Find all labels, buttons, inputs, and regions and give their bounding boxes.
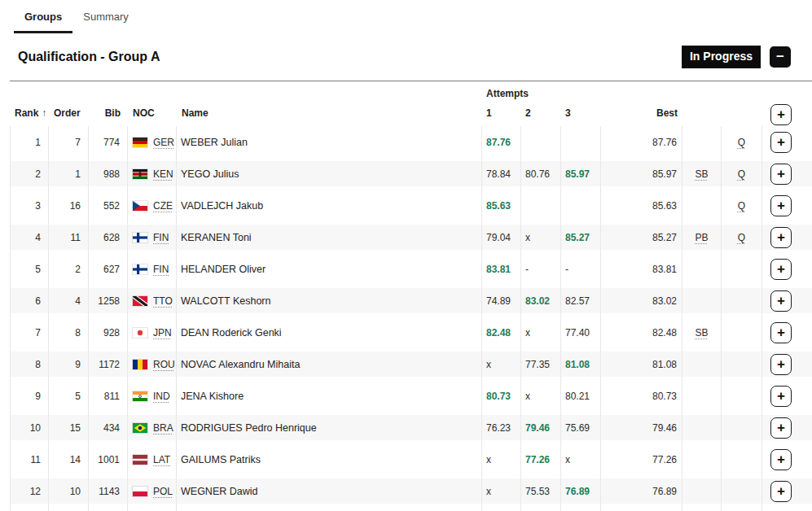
best-cell: 76.89 bbox=[601, 475, 683, 507]
expand-all-button[interactable]: + bbox=[770, 104, 792, 125]
best-cell: 87.76 bbox=[601, 126, 683, 158]
qualification-cell bbox=[722, 348, 762, 380]
expand-cell: + bbox=[762, 317, 812, 348]
tab-summary[interactable]: Summary bbox=[72, 0, 139, 33]
expand-row-button[interactable]: + bbox=[770, 227, 792, 248]
noc-code[interactable]: FIN bbox=[153, 264, 169, 275]
qualification-mark[interactable]: Q bbox=[738, 232, 745, 243]
attempt-3-cell: 81.08 bbox=[561, 348, 601, 380]
noc-code[interactable]: GER bbox=[153, 137, 174, 148]
best-cell: 83.81 bbox=[601, 253, 683, 285]
section-header: Qualification - Group A In Progress − bbox=[0, 33, 812, 81]
flag-icon-pol bbox=[133, 487, 147, 496]
table-row: 17774GERWEBER Julian87.7687.76Q+ bbox=[10, 126, 812, 158]
rank-cell: 2 bbox=[10, 158, 49, 190]
flag-icon-fin bbox=[133, 264, 147, 274]
attempt-3-cell: 76.89 bbox=[561, 475, 601, 507]
expand-cell: + bbox=[762, 221, 812, 253]
bib-cell: 1172 bbox=[89, 348, 128, 380]
bib-cell: 774 bbox=[89, 126, 128, 158]
noc-cell: FIN bbox=[128, 253, 177, 285]
expand-cell: + bbox=[762, 253, 812, 285]
table-row: 11141001LATGAILUMS Patriksx77.26x77.26+ bbox=[10, 443, 812, 475]
noc-code[interactable]: JPN bbox=[153, 327, 172, 338]
noc-code[interactable]: IND bbox=[153, 391, 170, 402]
noc-code[interactable]: LAT bbox=[153, 454, 170, 465]
record-note-cell bbox=[683, 475, 722, 507]
table-row: 21988KENYEGO Julius78.8480.7685.9785.97S… bbox=[10, 158, 812, 190]
expand-row-button[interactable]: + bbox=[770, 417, 792, 439]
noc-code[interactable]: POL bbox=[153, 486, 173, 497]
noc-cell: KEN bbox=[128, 158, 177, 190]
best-cell: 85.27 bbox=[601, 221, 683, 253]
noc-code[interactable]: FIN bbox=[153, 232, 169, 243]
noc-cell bbox=[128, 507, 177, 511]
record-note[interactable]: SB bbox=[695, 327, 708, 338]
noc-code[interactable]: BRA bbox=[153, 422, 173, 434]
record-note[interactable]: SB bbox=[695, 168, 708, 180]
name-column-header: Name bbox=[177, 81, 482, 126]
order-cell: 4 bbox=[49, 285, 89, 317]
expand-row-button[interactable]: + bbox=[770, 132, 792, 153]
bib-cell bbox=[89, 507, 128, 511]
expand-row-button[interactable]: + bbox=[770, 290, 792, 312]
attempt-1-cell: x bbox=[482, 443, 521, 475]
order-column-header: Order bbox=[49, 81, 89, 126]
tab-groups[interactable]: Groups bbox=[14, 0, 72, 33]
attempt-2-cell: x bbox=[521, 221, 561, 253]
noc-code[interactable]: KEN bbox=[153, 168, 173, 180]
noc-code[interactable]: ROU bbox=[153, 359, 175, 370]
attempt-1-cell: 76.23 bbox=[482, 412, 521, 443]
attempt-2-cell bbox=[521, 507, 561, 511]
table-row: 411628FINKERANEN Toni79.04x85.2785.27PBQ… bbox=[10, 221, 812, 253]
noc-code[interactable]: CZE bbox=[153, 200, 173, 212]
results-table: Attempts Rank↑ Order Bib NOC Name 1 2 3 … bbox=[10, 81, 812, 511]
attempt-1-cell bbox=[482, 507, 521, 511]
page-title: Qualification - Group A bbox=[18, 50, 160, 64]
attempt-1-cell: 85.63 bbox=[482, 190, 521, 221]
attempt-2-cell: x bbox=[521, 380, 561, 412]
attempt-2-cell: - bbox=[521, 253, 561, 285]
bib-cell: 1001 bbox=[89, 443, 128, 475]
expand-row-button[interactable]: + bbox=[770, 481, 792, 502]
expand-row-button[interactable]: + bbox=[770, 195, 792, 216]
noc-code[interactable]: TTO bbox=[153, 295, 173, 307]
qualification-cell bbox=[722, 285, 762, 317]
rank-cell: 7 bbox=[10, 317, 49, 348]
expand-row-button[interactable]: + bbox=[770, 386, 792, 407]
attempt-2-cell: 83.02 bbox=[521, 285, 561, 317]
rank-column-header[interactable]: Rank↑ bbox=[10, 81, 49, 126]
record-note-cell bbox=[683, 348, 722, 380]
attempt-2-cell: 77.26 bbox=[521, 443, 561, 475]
qualification-mark[interactable]: Q bbox=[738, 168, 745, 180]
expand-row-button[interactable]: + bbox=[770, 164, 792, 185]
header-expand-cell: + bbox=[762, 81, 812, 126]
record-note-cell bbox=[683, 190, 722, 221]
expand-row-button[interactable]: + bbox=[770, 354, 792, 375]
expand-row-button[interactable]: + bbox=[770, 259, 792, 280]
athlete-name-cell: WEGNER Dawid bbox=[177, 475, 482, 507]
expand-row-button[interactable]: + bbox=[770, 322, 792, 343]
attempt-2-cell: 75.53 bbox=[521, 475, 561, 507]
attempt-1-cell: 74.89 bbox=[482, 285, 521, 317]
collapse-section-button[interactable]: − bbox=[770, 46, 791, 68]
record-note[interactable]: PB bbox=[695, 232, 708, 243]
expand-row-button[interactable]: + bbox=[770, 449, 792, 470]
bib-cell: 434 bbox=[89, 412, 128, 443]
rank-cell: 5 bbox=[10, 253, 49, 285]
table-row: 891172ROUNOVAC Alexandru Mihaitax77.3581… bbox=[10, 348, 812, 380]
noc-cell: JPN bbox=[128, 317, 177, 348]
bib-cell: 988 bbox=[89, 158, 128, 190]
qualification-mark[interactable]: Q bbox=[738, 200, 745, 212]
best-cell: 85.97 bbox=[601, 158, 683, 190]
best-cell: 81.08 bbox=[601, 348, 683, 380]
attempt-1-cell: 79.04 bbox=[482, 221, 521, 253]
qualification-mark[interactable]: Q bbox=[738, 137, 745, 148]
order-cell: 11 bbox=[49, 221, 89, 253]
note-column-header bbox=[683, 81, 722, 126]
attempt-2-cell bbox=[521, 126, 561, 158]
expand-cell: + bbox=[762, 475, 812, 507]
qualification-cell: Q bbox=[722, 158, 762, 190]
sort-ascending-icon: ↑ bbox=[42, 107, 46, 119]
attempt-1-cell: 82.48 bbox=[482, 317, 521, 348]
